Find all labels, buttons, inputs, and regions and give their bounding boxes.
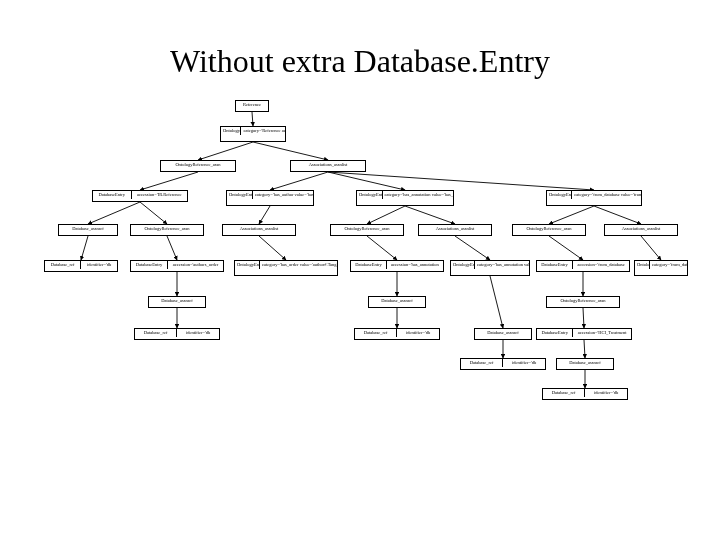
diagram-edge	[405, 206, 455, 224]
diagram-edge	[490, 276, 503, 328]
diagram-node: DatabaseEntryaccession='from_database	[536, 260, 630, 272]
diagram-node-cell: Database_assnref	[557, 359, 613, 367]
diagram-edge	[594, 206, 641, 224]
edge-layer	[30, 80, 690, 510]
diagram-node-cell: DatabaseEntry	[131, 261, 167, 269]
diagram-node-cell: category='from_database value='from_data…	[571, 191, 641, 199]
diagram-node-cell: DatabaseEntry	[93, 191, 131, 199]
diagram-edge	[198, 142, 253, 160]
diagram-node-cell: accession='from_database	[572, 261, 629, 269]
diagram-node-cell: OntologyEntry	[235, 261, 259, 269]
diagram-node: Reference	[235, 100, 269, 112]
diagram-node-cell: identifier='db	[584, 389, 627, 397]
diagram-node: Database_assnref	[556, 358, 614, 370]
diagram-node-cell: category='has_order value='author#.Tang.…	[259, 261, 337, 269]
diagram-edge	[584, 340, 585, 358]
diagram-node: Database_assnref	[58, 224, 118, 236]
diagram-node-cell: Database_assnref	[59, 225, 117, 233]
diagram-edge	[140, 202, 167, 224]
diagram-node: DatabaseEntryaccession='has_annotation	[350, 260, 444, 272]
diagram-node: Database_refidentifier='db	[44, 260, 118, 272]
diagram-edge	[367, 236, 397, 260]
diagram-node: Database_assnref	[148, 296, 206, 308]
diagram-edge	[455, 236, 490, 260]
diagram-node-cell: category='has_annotation value='MISH	[474, 261, 529, 269]
diagram-node-cell: Database_ref	[135, 329, 176, 337]
diagram-node-cell: Database_assnref	[475, 329, 531, 337]
diagram-node-cell: Database_assnref	[369, 297, 425, 305]
diagram-node: Database_refidentifier='db	[460, 358, 546, 370]
diagram-node-cell: OntologyReference_assn	[331, 225, 403, 233]
diagram-node-cell: category='has_annotation value='has_anno…	[382, 191, 454, 199]
diagram-node-cell: identifier='db	[396, 329, 439, 337]
diagram-node-cell: OntologyEntry	[451, 261, 474, 269]
diagram-node-cell: identifier='db	[502, 359, 545, 367]
diagram-edge	[259, 236, 286, 260]
diagram-node-cell: identifier='db	[80, 261, 117, 269]
diagram-node: DatabaseEntryaccession='authors_order	[130, 260, 224, 272]
diagram-node-cell: identifier='db	[176, 329, 219, 337]
diagram-node: Database_refidentifier='db	[542, 388, 628, 400]
diagram-node: Associations_assnlist	[290, 160, 366, 172]
diagram-node: OntologyReference_assn	[160, 160, 236, 172]
diagram-edge	[252, 112, 253, 126]
diagram-node: DatabaseEntryaccession='HCI_Treatment	[536, 328, 632, 340]
diagram-node-cell: OntologyEntry	[547, 191, 571, 199]
diagram-node: Associations_assnlist	[222, 224, 296, 236]
diagram-node: OntologyEntrycategory='Reference accessi…	[220, 126, 286, 142]
diagram-node: OntologyEntrycategory='has_annotation va…	[356, 190, 454, 206]
diagram-edge	[549, 206, 594, 224]
diagram-node-cell: category='has_author value='has_author	[252, 191, 313, 199]
diagram-node-cell: accession='HCI_Treatment	[572, 329, 631, 337]
diagram-edge	[259, 206, 270, 224]
diagram-node-cell: OntologyEntry	[357, 191, 382, 199]
diagram-edge	[583, 308, 584, 328]
diagram-node-cell: OntologyReference_assn	[547, 297, 619, 305]
diagram-node: Database_refidentifier='db	[134, 328, 220, 340]
diagram-node: Database_assnref	[474, 328, 532, 340]
diagram-edge	[270, 172, 328, 190]
diagram-node-cell: OntologyReference_assn	[513, 225, 585, 233]
diagram-node-cell: accession='authors_order	[167, 261, 223, 269]
diagram-node-cell: OntologyEntry	[227, 191, 252, 199]
diagram-node: OntologyReference_assn	[546, 296, 620, 308]
diagram-node: OntologyEntrycategory='has_order value='…	[234, 260, 338, 276]
diagram-node-cell: Reference	[236, 101, 268, 109]
diagram-node: Database_assnref	[368, 296, 426, 308]
diagram-node: OntologyEntrycategory='from_database val…	[634, 260, 688, 276]
diagram-node: OntologyEntrycategory='has_annotation va…	[450, 260, 530, 276]
diagram-edge	[140, 172, 198, 190]
diagram-node: OntologyReference_assn	[512, 224, 586, 236]
diagram-edge	[641, 236, 661, 260]
diagram-node-cell: accession='IR.Reference	[131, 191, 187, 199]
diagram-edge	[549, 236, 583, 260]
diagram-edge	[167, 236, 177, 260]
diagram-node: OntologyEntrycategory='from_database val…	[546, 190, 642, 206]
diagram-node-cell: Associations_assnlist	[291, 161, 365, 169]
diagram-node-cell: Database_assnref	[149, 297, 205, 305]
diagram-node-cell: accession='has_annotation	[386, 261, 443, 269]
diagram-node-cell: OntologyEntry	[635, 261, 649, 269]
diagram-node-cell: DatabaseEntry	[351, 261, 386, 269]
diagram-node-cell: Database_ref	[461, 359, 502, 367]
diagram-node-cell: Database_ref	[355, 329, 396, 337]
diagram-node-cell: Database_ref	[543, 389, 584, 397]
diagram-node-cell: category='Reference accessionVersion	[240, 127, 285, 135]
diagram-node-cell: category='from_database value='HCI_Treat…	[649, 261, 687, 269]
diagram-node: Associations_assnlist	[418, 224, 492, 236]
diagram-node-cell: OntologyEntry	[221, 127, 240, 135]
diagram-node: Database_refidentifier='db	[354, 328, 440, 340]
diagram-edge	[253, 142, 328, 160]
page-title: Without extra Database.Entry	[0, 43, 720, 80]
diagram-node-cell: OntologyReference_assn	[161, 161, 235, 169]
diagram-node-cell: DatabaseEntry	[537, 261, 572, 269]
diagram-canvas: ReferenceOntologyEntrycategory='Referenc…	[30, 80, 690, 510]
diagram-node-cell: DatabaseEntry	[537, 329, 572, 337]
diagram-node-cell: Database_ref	[45, 261, 80, 269]
diagram-edge	[367, 206, 405, 224]
diagram-node: OntologyEntrycategory='has_author value=…	[226, 190, 314, 206]
diagram-node-cell: OntologyReference_assn	[131, 225, 203, 233]
diagram-node-cell: Associations_assnlist	[223, 225, 295, 233]
diagram-edge	[88, 202, 140, 224]
diagram-node: Associations_assnlist	[604, 224, 678, 236]
